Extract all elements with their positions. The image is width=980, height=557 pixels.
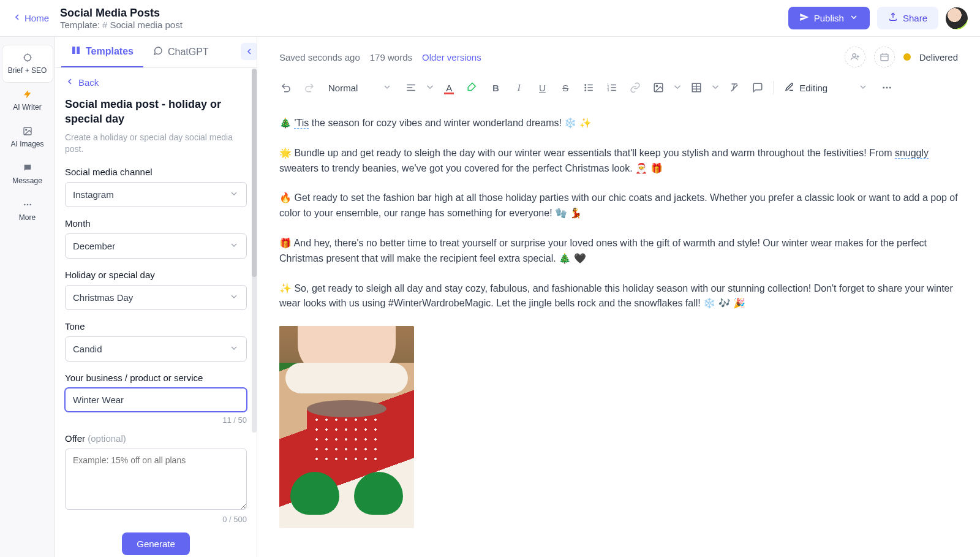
select-value: Instagram	[73, 189, 114, 200]
back-link[interactable]: Back	[55, 68, 108, 93]
holiday-select[interactable]: Christmas Day	[65, 285, 247, 310]
highlight-button[interactable]	[462, 77, 483, 98]
status-dot	[903, 53, 911, 61]
table-button[interactable]	[686, 77, 707, 98]
chevron-down-icon	[229, 292, 239, 303]
image-button[interactable]	[648, 77, 669, 98]
text-style-dropdown[interactable]: Normal	[322, 77, 398, 98]
image-fur	[285, 363, 408, 393]
align-button[interactable]	[401, 77, 421, 98]
share-button[interactable]: Share	[877, 7, 938, 29]
message-icon	[23, 163, 32, 173]
chevron-down-icon	[229, 189, 239, 200]
undo-button[interactable]	[276, 77, 296, 98]
svg-point-1	[24, 55, 31, 61]
paragraph[interactable]: 🎁 And hey, there's no better time to tre…	[279, 236, 958, 267]
image-chevron[interactable]	[671, 77, 684, 98]
business-input[interactable]: Winter Wear	[65, 388, 247, 412]
svg-point-13	[853, 54, 856, 57]
word-count: 179 words	[370, 52, 412, 63]
bullet-list-button[interactable]	[578, 77, 599, 98]
generate-button[interactable]: Generate	[122, 532, 190, 555]
more-icon	[23, 200, 32, 210]
editor-content[interactable]: 🎄 'Tis the season for cozy vibes and win…	[257, 107, 980, 537]
tone-select[interactable]: Candid	[65, 336, 247, 362]
left-rail: Brief + SEO AI Writer AI Images Message …	[0, 37, 55, 557]
comment-button[interactable]	[747, 77, 768, 98]
text-color-button[interactable]: A	[439, 77, 459, 98]
publish-button[interactable]: Publish	[788, 7, 870, 29]
panel-scrollbar-thumb[interactable]	[252, 69, 257, 277]
svg-point-9	[26, 204, 28, 206]
editor-toolbar: Normal A B I U S 123 Editing	[257, 72, 980, 107]
month-select[interactable]: December	[65, 233, 247, 259]
tab-label: ChatGPT	[168, 47, 209, 58]
panel-tabs: Templates ChatGPT	[55, 37, 257, 68]
rail-item-brief[interactable]: Brief + SEO	[2, 45, 53, 82]
svg-point-10	[29, 204, 31, 206]
svg-point-24	[585, 87, 586, 88]
paragraph[interactable]: 🌟 Bundle up and get ready to sleigh the …	[279, 146, 958, 176]
chevron-down-icon	[849, 12, 859, 24]
table-chevron[interactable]	[709, 77, 722, 98]
redo-button[interactable]	[299, 77, 320, 98]
input-value: Winter Wear	[73, 395, 124, 405]
text: sweaters to trendy beanies, we've got yo…	[279, 163, 663, 173]
clear-format-button[interactable]	[724, 77, 745, 98]
business-label: Your business / product or service	[65, 373, 247, 383]
paragraph[interactable]: 🔥 Get ready to set the fashion bar high …	[279, 191, 958, 221]
chevron-down-icon	[229, 343, 239, 355]
rail-item-more[interactable]: More	[2, 192, 53, 229]
offer-textarea[interactable]	[65, 449, 247, 510]
spelling-highlight[interactable]: 'Tis	[294, 118, 309, 129]
share-label: Share	[903, 13, 927, 23]
svg-point-36	[657, 85, 658, 86]
rail-item-images[interactable]: AI Images	[2, 119, 53, 156]
link-button[interactable]	[625, 77, 646, 98]
templates-icon	[71, 45, 81, 58]
page-title: Social Media Posts	[60, 7, 183, 20]
editor-status-bar: Saved seconds ago 179 words Older versio…	[257, 37, 980, 72]
back-label: Back	[78, 77, 99, 88]
bold-button[interactable]: B	[485, 77, 506, 98]
add-person-icon[interactable]	[845, 47, 865, 67]
channel-select[interactable]: Instagram	[65, 182, 247, 207]
svg-point-43	[889, 87, 891, 89]
paragraph[interactable]: ✨ So, get ready to sleigh all day and st…	[279, 281, 958, 312]
strikethrough-button[interactable]: S	[555, 77, 576, 98]
chevron-down-icon	[858, 82, 868, 94]
number-list-button[interactable]: 123	[601, 77, 622, 98]
tab-chatgpt[interactable]: ChatGPT	[143, 37, 219, 67]
image-cup	[307, 409, 386, 470]
template-panel: Templates ChatGPT Back Social media post…	[55, 37, 257, 557]
italic-button[interactable]: I	[508, 77, 529, 98]
avatar[interactable]	[946, 7, 968, 29]
month-label: Month	[65, 218, 247, 229]
more-button[interactable]	[876, 77, 897, 98]
rail-item-writer[interactable]: AI Writer	[2, 82, 53, 119]
tab-templates[interactable]: Templates	[61, 37, 143, 67]
content-image[interactable]	[279, 326, 414, 528]
select-value: December	[73, 241, 115, 251]
home-link[interactable]: Home	[12, 12, 49, 24]
rail-label: Message	[12, 176, 42, 185]
tone-label: Tone	[65, 321, 247, 332]
tab-label: Templates	[86, 46, 134, 57]
panel-body: Social media post - holiday or special d…	[55, 97, 257, 557]
saved-status: Saved seconds ago	[279, 52, 360, 63]
rail-item-message[interactable]: Message	[2, 156, 53, 192]
align-chevron[interactable]	[424, 77, 436, 98]
svg-point-25	[585, 90, 586, 91]
older-versions-link[interactable]: Older versions	[422, 52, 481, 63]
publish-label: Publish	[814, 13, 844, 23]
offer-optional: (optional)	[88, 433, 126, 444]
spelling-highlight[interactable]: snuggly	[895, 148, 929, 159]
svg-text:3: 3	[608, 89, 609, 92]
underline-button[interactable]: U	[532, 77, 552, 98]
paragraph[interactable]: 🎄 'Tis the season for cozy vibes and win…	[279, 116, 958, 131]
editing-mode-dropdown[interactable]: Editing	[778, 77, 874, 98]
holiday-label: Holiday or special day	[65, 270, 247, 280]
collapse-panel-button[interactable]	[241, 43, 257, 60]
calendar-icon[interactable]	[874, 47, 895, 67]
template-name: Social media post	[110, 20, 182, 30]
